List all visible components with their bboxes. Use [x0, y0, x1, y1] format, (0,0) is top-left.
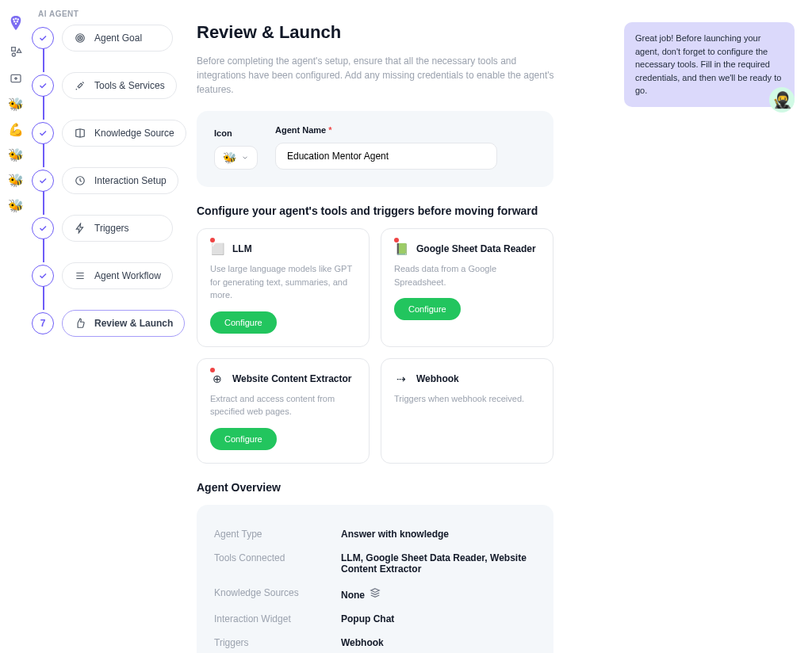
tool-desc: Triggers when webhook received. [394, 392, 540, 406]
step-label: Interaction Setup [94, 175, 167, 186]
step-status-icon [32, 122, 54, 144]
tool-card: ⇢ Webhook Triggers when webhook received… [381, 358, 553, 464]
step-pill[interactable]: Tools & Services [62, 72, 177, 99]
thumb-icon [74, 317, 86, 330]
step-label: Triggers [94, 223, 129, 234]
overview-label: Agent Type [214, 529, 341, 540]
step-pill[interactable]: Interaction Setup [62, 167, 178, 194]
step-label: Knowledge Source [94, 128, 174, 139]
step-label: Tools & Services [94, 80, 165, 91]
agent-icon-selector[interactable]: 🐝 [214, 146, 258, 170]
flow-icon [74, 269, 86, 282]
stepper: AI AGENT Agent Goal Tools & Services Kno… [32, 0, 190, 653]
book-icon [74, 127, 86, 139]
overview-value: Webhook [341, 637, 536, 648]
svg-point-2 [17, 18, 19, 20]
step-status-icon [32, 170, 54, 192]
tool-title: LLM [232, 243, 252, 254]
step-status-icon [32, 265, 54, 287]
step-status-icon: 7 [32, 312, 54, 334]
chat-icon [74, 174, 86, 187]
svg-point-10 [79, 37, 81, 39]
rail-agent-5[interactable]: 🐝 [8, 200, 24, 212]
step-interaction-setup[interactable]: Interaction Setup [32, 167, 190, 194]
step-agent-workflow[interactable]: Agent Workflow [32, 262, 190, 289]
svg-point-6 [12, 53, 15, 56]
tool-desc: Reads data from a Google Spreadsheet. [394, 262, 540, 288]
icon-label: Icon [214, 128, 258, 138]
step-label: Agent Workflow [94, 270, 161, 281]
configure-button[interactable]: Configure [210, 311, 277, 334]
bolt-icon [74, 222, 86, 235]
tool-card: ⬜ LLM Use large language models like GPT… [197, 228, 370, 347]
step-pill[interactable]: Review & Launch [62, 310, 185, 337]
assistant-avatar[interactable]: 🥷 [769, 87, 795, 113]
overview-value: None [341, 587, 536, 601]
agent-name-card: Icon 🐝 Agent Name * [197, 111, 553, 187]
step-status-icon [32, 27, 54, 49]
step-label: Review & Launch [94, 318, 173, 329]
svg-point-5 [15, 23, 17, 25]
overview-value: LLM, Google Sheet Data Reader, Website C… [341, 552, 536, 575]
nav-rail: 🐝 💪 🐝 🐝 🐝 [0, 0, 32, 653]
stack-icon [370, 587, 381, 598]
tool-icon: 📗 [394, 242, 408, 256]
agent-icon-preview: 🐝 [223, 151, 236, 164]
app-logo[interactable] [9, 14, 23, 32]
step-status-icon [32, 217, 54, 239]
tools-icon [74, 79, 86, 92]
svg-point-3 [13, 21, 15, 22]
rail-agent-4[interactable]: 🐝 [8, 174, 24, 187]
assistant-tip: Great job! Before launching your agent, … [624, 22, 795, 107]
overview-heading: Agent Overview [197, 481, 796, 494]
step-pill[interactable]: Agent Goal [62, 25, 173, 52]
configure-button[interactable]: Configure [394, 298, 461, 320]
tool-icon: ⇢ [394, 372, 408, 386]
overview-row: Tools Connected LLM, Google Sheet Data R… [214, 546, 536, 581]
overview-value: Answer with knowledge [341, 529, 536, 540]
page-lead: Before completing the agent's setup, ens… [197, 54, 561, 97]
alert-dot-icon [210, 238, 215, 242]
tool-title: Website Content Extractor [232, 373, 351, 384]
tool-icon: ⊕ [210, 372, 224, 386]
tool-title: Webhook [416, 373, 459, 384]
overview-label: Knowledge Sources [214, 587, 341, 601]
overview-value: Popup Chat [341, 613, 536, 624]
tool-desc: Extract and access content from specifie… [210, 392, 356, 418]
tool-card: 📗 Google Sheet Data Reader Reads data fr… [381, 228, 553, 347]
chevron-down-icon [241, 154, 249, 162]
step-pill[interactable]: Agent Workflow [62, 262, 173, 289]
tool-icon: ⬜ [210, 242, 224, 256]
tool-card: ⊕ Website Content Extractor Extract and … [197, 358, 370, 464]
overview-panel: Agent Type Answer with knowledge Tools C… [197, 505, 553, 654]
overview-row: Interaction Widget Popup Chat [214, 607, 536, 631]
step-pill[interactable]: Knowledge Source [62, 120, 186, 147]
svg-point-4 [17, 21, 18, 22]
overview-row: Knowledge Sources None [214, 581, 536, 607]
overview-label: Triggers [214, 637, 341, 648]
step-tools-services[interactable]: Tools & Services [32, 72, 190, 99]
svg-point-0 [13, 18, 14, 20]
rail-agent-2[interactable]: 💪 [8, 124, 24, 136]
step-review-launch[interactable]: 7 Review & Launch [32, 310, 190, 337]
rail-agent-1[interactable]: 🐝 [8, 98, 24, 111]
configure-heading: Configure your agent's tools and trigger… [197, 204, 796, 217]
overview-row: Agent Type Answer with knowledge [214, 522, 536, 546]
step-agent-goal[interactable]: Agent Goal [32, 25, 190, 52]
rail-shapes-icon[interactable] [9, 44, 23, 59]
overview-row: Triggers Webhook [214, 631, 536, 654]
step-pill[interactable]: Triggers [62, 215, 173, 242]
sidebar-title: AI AGENT [32, 10, 190, 18]
alert-dot-icon [394, 238, 399, 242]
step-knowledge-source[interactable]: Knowledge Source [32, 120, 190, 147]
configure-button[interactable]: Configure [210, 428, 277, 450]
rail-add-icon[interactable] [9, 71, 23, 86]
alert-dot-icon [210, 368, 215, 372]
name-label: Agent Name * [275, 125, 536, 135]
target-icon [74, 32, 86, 44]
tool-cards: ⬜ LLM Use large language models like GPT… [197, 228, 553, 464]
agent-name-input[interactable] [275, 143, 497, 170]
svg-point-1 [15, 17, 17, 19]
rail-agent-3[interactable]: 🐝 [8, 149, 24, 162]
step-triggers[interactable]: Triggers [32, 215, 190, 242]
